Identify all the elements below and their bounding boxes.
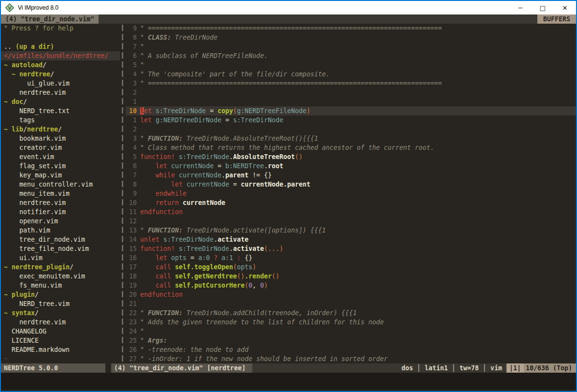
tree-item[interactable]: flag_set.vim (1, 161, 120, 171)
code-line[interactable]: 15function! s:TreeDirNode.activate(...) (126, 244, 576, 253)
tree-item[interactable]: NERD_tree.vim (1, 299, 120, 308)
tree-item[interactable]: nerdtree.vim (1, 318, 120, 327)
code-line[interactable]: 1let g:NERDTreeDirNode = s:TreeDirNode (126, 116, 576, 125)
statusline-gap (105, 363, 111, 373)
line-number: 1 (126, 97, 137, 106)
vim-logo-icon: V (5, 3, 14, 12)
tree-item[interactable]: ~ syntax/ (1, 308, 120, 318)
line-number: 2 (126, 88, 137, 97)
maximize-button[interactable]: □ (532, 1, 554, 15)
tabline: (4) "tree_dir_node.vim" BUFFERS (1, 15, 576, 24)
code-line[interactable]: 21 (126, 299, 576, 308)
line-number: 5 (126, 152, 137, 161)
code-line[interactable]: 10 return currentNode (126, 198, 576, 207)
code-line[interactable]: 2 (126, 88, 576, 97)
code-line[interactable]: 24" (126, 327, 576, 336)
tree-item[interactable]: ~ nerdtree_plugin/ (1, 262, 120, 272)
tab-tree-dir-node[interactable]: (4) "tree_dir_node.vim" (1, 15, 99, 24)
code-line[interactable]: 9 endwhile (126, 189, 576, 198)
close-button[interactable]: ✕ (554, 1, 576, 15)
titlebar[interactable]: V Vi IMproved 8.0 ─ □ ✕ (1, 1, 576, 15)
line-number: 13 (126, 226, 137, 235)
tree-item[interactable]: tree_file_node.vim (1, 244, 120, 253)
tree-item[interactable]: </vimfiles/bundle/nerdtree/ (1, 51, 120, 60)
line-number: 14 (126, 235, 137, 244)
code-line[interactable]: 1 (126, 97, 576, 106)
tree-item[interactable]: ~ doc/ (1, 97, 120, 106)
tree-item[interactable]: ~ (1, 354, 120, 363)
tree-item[interactable]: ui_glue.vim (1, 79, 120, 88)
line-number: 4 (126, 143, 137, 152)
line-number: 10 (126, 106, 137, 116)
tree-item[interactable]: path.vim (1, 226, 120, 235)
tree-item[interactable]: ~ nerdtree/ (1, 70, 120, 79)
code-line[interactable]: 14unlet s:TreeDirNode.activate (126, 235, 576, 244)
line-number: 18 (126, 272, 137, 281)
code-line[interactable]: 25" Args: (126, 336, 576, 345)
code-line[interactable]: 17 call self.toggleOpen(opts) (126, 262, 576, 272)
code-line[interactable]: 11endfunction (126, 207, 576, 217)
command-line[interactable] (1, 373, 576, 390)
tree-item[interactable]: exec_menuitem.vim (1, 272, 120, 281)
code-line[interactable]: 7" (126, 42, 576, 51)
tree-item[interactable]: CHANGELOG (1, 327, 120, 336)
code-line[interactable]: 6" A subclass of NERDTreeFileNode. (126, 51, 576, 60)
code-line[interactable]: 23" Adds the given treenode to the list … (126, 318, 576, 327)
code-line[interactable]: 19 call self.putCursorHere(0, 0) (126, 281, 576, 290)
tree-item[interactable]: menu_item.vim (1, 189, 120, 198)
code-line[interactable]: 3" FUNCTION: TreeDirNode.AbsoluteTreeRoo… (126, 134, 576, 143)
tree-item[interactable]: nerdtree.vim (1, 88, 120, 97)
tree-item[interactable]: notifier.vim (1, 207, 120, 217)
tree-item[interactable]: " Press ? for help (1, 24, 120, 33)
code-line[interactable]: 22" FUNCTION: TreeDirNode.addChild(treen… (126, 308, 576, 318)
tree-item[interactable]: tree_dir_node.vim (1, 235, 120, 244)
tree-item[interactable]: tags (1, 116, 120, 125)
code-line[interactable]: 13" FUNCTION: TreeDirNode.activate([opti… (126, 226, 576, 235)
tree-item[interactable]: ~ plugin/ (1, 290, 120, 299)
code-line[interactable]: 2 (126, 125, 576, 134)
code-line[interactable]: 3" =====================================… (126, 79, 576, 88)
tree-item[interactable]: nerdtree.vim (1, 198, 120, 207)
code-line[interactable]: 16 let opts = a:0 ? a:1 : {} (126, 253, 576, 262)
tree-item[interactable]: ~ autoload/ (1, 60, 120, 70)
code-line[interactable]: 20endfunction (126, 290, 576, 299)
line-number: 2 (126, 125, 137, 134)
code-line[interactable]: 5" (126, 60, 576, 70)
code-line[interactable]: 8" CLASS: TreeDirNode (126, 33, 576, 42)
tree-item[interactable]: ui.vim (1, 253, 120, 262)
code-line[interactable]: 12 (126, 217, 576, 226)
buffers-label[interactable]: BUFFERS (537, 15, 576, 24)
tree-item[interactable]: bookmark.vim (1, 134, 120, 143)
code-line[interactable]: 9" =====================================… (126, 24, 576, 33)
editor-panel: 9" =====================================… (126, 24, 576, 363)
tree-item[interactable]: opener.vim (1, 217, 120, 226)
tree-item[interactable]: NERD_tree.txt (1, 106, 120, 116)
tree-item[interactable]: event.vim (1, 152, 120, 161)
tree-item[interactable]: ~ lib/nerdtree/ (1, 125, 120, 134)
code-line[interactable]: 5function! s:TreeDirNode.AbsoluteTreeRoo… (126, 152, 576, 161)
tree-item[interactable] (1, 33, 120, 42)
tree-item[interactable]: key_map.vim (1, 171, 120, 180)
window-separator[interactable] (120, 24, 126, 363)
code-line[interactable]: 6 let currentNode = b:NERDTree.root (126, 161, 576, 171)
code-line[interactable]: 18 call self.getNerdtree().render() (126, 272, 576, 281)
code-line[interactable]: 10let s:TreeDirNode = copy(g:NERDTreeFil… (126, 106, 576, 116)
code-line[interactable]: 27" -inOrder: 1 if the new node should b… (126, 354, 576, 363)
code-line[interactable]: 8 let currentNode = currentNode.parent (126, 180, 576, 189)
tree-item[interactable]: .. (up a dir) (1, 42, 120, 51)
line-number: 6 (126, 161, 137, 171)
code-line[interactable]: 26" -treenode: the node to add (126, 345, 576, 354)
window-controls: ─ □ ✕ (509, 1, 576, 15)
code-line[interactable]: 7 while currentNode.parent != {} (126, 171, 576, 180)
line-number: 9 (126, 189, 137, 198)
code-line[interactable]: 4" Class method that returns the highest… (126, 143, 576, 152)
tree-item[interactable]: menu_controller.vim (1, 180, 120, 189)
tree-item[interactable]: fs_menu.vim (1, 281, 120, 290)
minimize-button[interactable]: ─ (509, 1, 532, 15)
tree-item[interactable]: creator.vim (1, 143, 120, 152)
tree-item[interactable]: LICENCE (1, 336, 120, 345)
code-line[interactable]: 4" The 'composite' part of the file/dir … (126, 70, 576, 79)
line-number: 24 (126, 327, 137, 336)
line-number: 6 (126, 51, 137, 60)
tree-item[interactable]: README.markdown (1, 345, 120, 354)
